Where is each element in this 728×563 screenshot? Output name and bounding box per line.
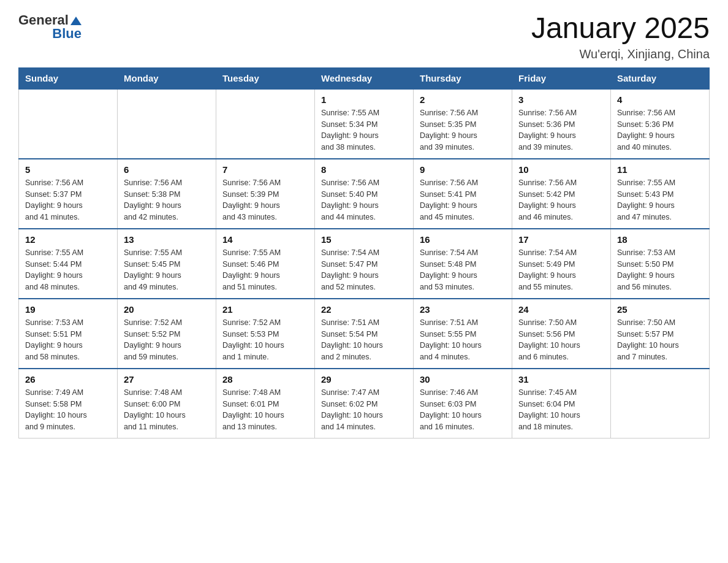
calendar-cell: 6Sunrise: 7:56 AMSunset: 5:38 PMDaylight… (118, 159, 216, 229)
day-number: 4 (617, 94, 703, 105)
day-number: 22 (321, 304, 407, 315)
day-info: Sunrise: 7:56 AMSunset: 5:42 PMDaylight:… (518, 177, 604, 223)
day-info: Sunrise: 7:56 AMSunset: 5:36 PMDaylight:… (518, 107, 604, 153)
day-number: 14 (222, 234, 308, 245)
calendar-cell: 7Sunrise: 7:56 AMSunset: 5:39 PMDaylight… (216, 159, 315, 229)
day-number: 31 (518, 374, 604, 385)
day-number: 13 (124, 234, 210, 245)
day-info: Sunrise: 7:50 AMSunset: 5:56 PMDaylight:… (518, 317, 604, 363)
day-of-week-header: Sunday (19, 67, 118, 89)
day-info: Sunrise: 7:54 AMSunset: 5:49 PMDaylight:… (518, 247, 604, 293)
day-number: 30 (420, 374, 506, 385)
day-info: Sunrise: 7:54 AMSunset: 5:47 PMDaylight:… (321, 247, 407, 293)
calendar-cell: 24Sunrise: 7:50 AMSunset: 5:56 PMDayligh… (512, 299, 611, 369)
calendar-cell: 8Sunrise: 7:56 AMSunset: 5:40 PMDaylight… (315, 159, 414, 229)
calendar-cell: 26Sunrise: 7:49 AMSunset: 5:58 PMDayligh… (19, 369, 118, 439)
day-info: Sunrise: 7:55 AMSunset: 5:44 PMDaylight:… (25, 247, 111, 293)
calendar-cell (216, 89, 315, 159)
day-info: Sunrise: 7:56 AMSunset: 5:41 PMDaylight:… (420, 177, 506, 223)
calendar-table: SundayMondayTuesdayWednesdayThursdayFrid… (18, 67, 710, 439)
calendar-cell: 23Sunrise: 7:51 AMSunset: 5:55 PMDayligh… (414, 299, 512, 369)
day-number: 9 (420, 164, 506, 175)
day-of-week-header: Monday (118, 67, 216, 89)
calendar-cell: 30Sunrise: 7:46 AMSunset: 6:03 PMDayligh… (414, 369, 512, 439)
day-info: Sunrise: 7:56 AMSunset: 5:37 PMDaylight:… (25, 177, 111, 223)
day-info: Sunrise: 7:51 AMSunset: 5:55 PMDaylight:… (420, 317, 506, 363)
calendar-header-row: SundayMondayTuesdayWednesdayThursdayFrid… (19, 67, 710, 89)
calendar-cell: 9Sunrise: 7:56 AMSunset: 5:41 PMDaylight… (414, 159, 512, 229)
day-info: Sunrise: 7:56 AMSunset: 5:36 PMDaylight:… (617, 107, 703, 153)
calendar-title: January 2025 (531, 12, 710, 45)
day-info: Sunrise: 7:52 AMSunset: 5:52 PMDaylight:… (124, 317, 210, 363)
day-number: 6 (124, 164, 210, 175)
calendar-cell (19, 89, 118, 159)
day-number: 15 (321, 234, 407, 245)
calendar-week-row: 1Sunrise: 7:55 AMSunset: 5:34 PMDaylight… (19, 89, 710, 159)
day-info: Sunrise: 7:51 AMSunset: 5:54 PMDaylight:… (321, 317, 407, 363)
day-number: 23 (420, 304, 506, 315)
day-info: Sunrise: 7:55 AMSunset: 5:34 PMDaylight:… (321, 107, 407, 153)
day-of-week-header: Saturday (611, 67, 710, 89)
day-info: Sunrise: 7:47 AMSunset: 6:02 PMDaylight:… (321, 387, 407, 433)
calendar-cell: 19Sunrise: 7:53 AMSunset: 5:51 PMDayligh… (19, 299, 118, 369)
calendar-cell: 15Sunrise: 7:54 AMSunset: 5:47 PMDayligh… (315, 229, 414, 299)
day-info: Sunrise: 7:52 AMSunset: 5:53 PMDaylight:… (222, 317, 308, 363)
day-number: 29 (321, 374, 407, 385)
day-number: 24 (518, 304, 604, 315)
calendar-cell: 20Sunrise: 7:52 AMSunset: 5:52 PMDayligh… (118, 299, 216, 369)
calendar-cell: 18Sunrise: 7:53 AMSunset: 5:50 PMDayligh… (611, 229, 710, 299)
calendar-week-row: 5Sunrise: 7:56 AMSunset: 5:37 PMDaylight… (19, 159, 710, 229)
day-number: 1 (321, 94, 407, 105)
day-info: Sunrise: 7:55 AMSunset: 5:46 PMDaylight:… (222, 247, 308, 293)
calendar-subtitle: Wu'erqi, Xinjiang, China (531, 47, 710, 61)
calendar-cell: 12Sunrise: 7:55 AMSunset: 5:44 PMDayligh… (19, 229, 118, 299)
day-number: 12 (25, 234, 111, 245)
day-number: 5 (25, 164, 111, 175)
day-number: 7 (222, 164, 308, 175)
day-info: Sunrise: 7:55 AMSunset: 5:43 PMDaylight:… (617, 177, 703, 223)
calendar-week-row: 26Sunrise: 7:49 AMSunset: 5:58 PMDayligh… (19, 369, 710, 439)
calendar-cell: 2Sunrise: 7:56 AMSunset: 5:35 PMDaylight… (414, 89, 512, 159)
day-info: Sunrise: 7:53 AMSunset: 5:51 PMDaylight:… (25, 317, 111, 363)
day-of-week-header: Wednesday (315, 67, 414, 89)
day-info: Sunrise: 7:45 AMSunset: 6:04 PMDaylight:… (518, 387, 604, 433)
calendar-cell: 1Sunrise: 7:55 AMSunset: 5:34 PMDaylight… (315, 89, 414, 159)
calendar-cell: 21Sunrise: 7:52 AMSunset: 5:53 PMDayligh… (216, 299, 315, 369)
calendar-cell: 5Sunrise: 7:56 AMSunset: 5:37 PMDaylight… (19, 159, 118, 229)
day-info: Sunrise: 7:48 AMSunset: 6:01 PMDaylight:… (222, 387, 308, 433)
day-number: 28 (222, 374, 308, 385)
calendar-cell: 22Sunrise: 7:51 AMSunset: 5:54 PMDayligh… (315, 299, 414, 369)
day-info: Sunrise: 7:56 AMSunset: 5:38 PMDaylight:… (124, 177, 210, 223)
day-of-week-header: Friday (512, 67, 611, 89)
calendar-cell: 3Sunrise: 7:56 AMSunset: 5:36 PMDaylight… (512, 89, 611, 159)
calendar-cell: 14Sunrise: 7:55 AMSunset: 5:46 PMDayligh… (216, 229, 315, 299)
calendar-cell: 11Sunrise: 7:55 AMSunset: 5:43 PMDayligh… (611, 159, 710, 229)
day-number: 2 (420, 94, 506, 105)
calendar-cell: 13Sunrise: 7:55 AMSunset: 5:45 PMDayligh… (118, 229, 216, 299)
day-number: 20 (124, 304, 210, 315)
day-number: 11 (617, 164, 703, 175)
day-info: Sunrise: 7:50 AMSunset: 5:57 PMDaylight:… (617, 317, 703, 363)
calendar-cell: 28Sunrise: 7:48 AMSunset: 6:01 PMDayligh… (216, 369, 315, 439)
day-number: 27 (124, 374, 210, 385)
day-info: Sunrise: 7:56 AMSunset: 5:39 PMDaylight:… (222, 177, 308, 223)
day-info: Sunrise: 7:46 AMSunset: 6:03 PMDaylight:… (420, 387, 506, 433)
day-number: 19 (25, 304, 111, 315)
day-number: 17 (518, 234, 604, 245)
day-info: Sunrise: 7:48 AMSunset: 6:00 PMDaylight:… (124, 387, 210, 433)
calendar-cell: 4Sunrise: 7:56 AMSunset: 5:36 PMDaylight… (611, 89, 710, 159)
day-info: Sunrise: 7:56 AMSunset: 5:35 PMDaylight:… (420, 107, 506, 153)
day-number: 25 (617, 304, 703, 315)
logo-blue-text: Blue (52, 26, 82, 42)
calendar-cell: 29Sunrise: 7:47 AMSunset: 6:02 PMDayligh… (315, 369, 414, 439)
calendar-cell (611, 369, 710, 439)
calendar-week-row: 12Sunrise: 7:55 AMSunset: 5:44 PMDayligh… (19, 229, 710, 299)
calendar-cell: 27Sunrise: 7:48 AMSunset: 6:00 PMDayligh… (118, 369, 216, 439)
page-header: General Blue January 2025 Wu'erqi, Xinji… (18, 12, 710, 61)
calendar-week-row: 19Sunrise: 7:53 AMSunset: 5:51 PMDayligh… (19, 299, 710, 369)
calendar-cell: 25Sunrise: 7:50 AMSunset: 5:57 PMDayligh… (611, 299, 710, 369)
day-number: 26 (25, 374, 111, 385)
day-number: 21 (222, 304, 308, 315)
logo: General Blue (18, 12, 82, 42)
day-info: Sunrise: 7:55 AMSunset: 5:45 PMDaylight:… (124, 247, 210, 293)
